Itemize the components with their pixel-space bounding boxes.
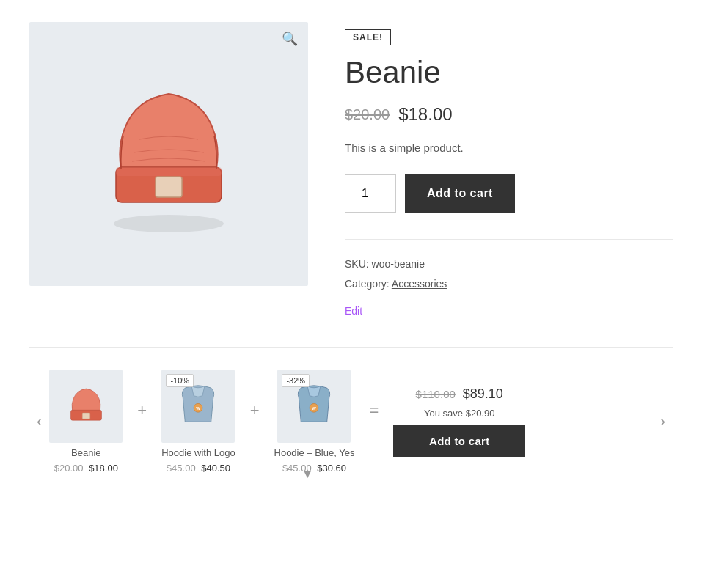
fbt-total-current: $89.10 <box>463 386 503 402</box>
sku-line: SKU: woo-beanie <box>345 254 673 274</box>
fbt-price-current-3: $30.60 <box>317 463 346 474</box>
fbt-nav-left[interactable]: ‹ <box>29 405 49 438</box>
fbt-product-name-3[interactable]: Hoodie – Blue, Yes <box>274 447 355 458</box>
sale-badge: SALE! <box>345 29 391 45</box>
edit-link[interactable]: Edit <box>345 305 362 317</box>
category-label: Category: <box>345 278 390 290</box>
fbt-total-price: $110.00 $89.10 <box>416 386 503 402</box>
fbt-hoodie-blue-image: W <box>292 383 336 430</box>
svg-text:W: W <box>197 406 201 411</box>
fbt-product-image-2: -10% W <box>161 370 235 443</box>
fbt-price-current-1: $18.00 <box>89 463 118 474</box>
price-current: $18.00 <box>398 104 452 125</box>
svg-rect-2 <box>116 167 222 176</box>
fbt-summary: $110.00 $89.10 You save $20.90 Add to ca… <box>393 386 525 457</box>
fbt-price-original-2: $45.00 <box>167 463 196 474</box>
product-image-wrapper: 🔍 <box>29 22 308 286</box>
fbt-product-3: -32% W Hoodie – Blue, Yes $45.00 $30.60 <box>274 370 355 474</box>
fbt-separator-2: + <box>247 401 263 420</box>
fbt-badge-3: -32% <box>282 374 310 387</box>
fbt-product-price-2: $45.00 $40.50 <box>167 463 230 474</box>
sku-label: SKU: <box>345 258 369 270</box>
add-to-cart-form: Add to cart <box>345 174 673 213</box>
price-original: $20.00 <box>345 106 390 123</box>
fbt-add-to-cart-button[interactable]: Add to cart <box>393 425 525 457</box>
fbt-product-price-1: $20.00 $18.00 <box>54 463 118 474</box>
product-section: 🔍 <box>29 22 673 317</box>
fbt-nav-right[interactable]: › <box>653 405 673 438</box>
fbt-section: ▲ ‹ Beanie $20.00 <box>29 347 673 474</box>
svg-rect-5 <box>82 413 90 419</box>
fbt-product-name-1[interactable]: Beanie <box>71 447 100 458</box>
product-description: This is a simple product. <box>345 139 673 157</box>
fbt-product-2: -10% W Hoodie with Logo $45.00 <box>161 370 235 474</box>
fbt-badge-2: -10% <box>166 374 194 387</box>
fbt-savings: You save $20.90 <box>424 408 494 419</box>
quantity-input[interactable] <box>345 174 396 213</box>
chevron-down-icon[interactable]: ▼ <box>301 468 313 481</box>
fbt-product-1: Beanie $20.00 $18.00 <box>49 370 123 474</box>
svg-rect-3 <box>156 177 182 197</box>
zoom-icon[interactable]: 🔍 <box>282 31 298 47</box>
product-meta: SKU: woo-beanie Category: Accessories <box>345 239 673 293</box>
category-link[interactable]: Accessories <box>392 278 447 290</box>
product-title: Beanie <box>345 56 673 89</box>
svg-point-0 <box>114 215 224 232</box>
fbt-price-original-1: $20.00 <box>54 463 84 474</box>
svg-text:W: W <box>312 406 317 411</box>
fbt-product-image-3: -32% W <box>277 370 351 443</box>
fbt-beanie-image <box>62 381 110 432</box>
product-details: SALE! Beanie $20.00 $18.00 This is a sim… <box>345 22 673 317</box>
sku-value: woo-beanie <box>372 258 425 270</box>
fbt-equals: = <box>366 401 381 420</box>
product-image <box>88 66 249 242</box>
add-to-cart-button[interactable]: Add to cart <box>405 174 515 213</box>
price-section: $20.00 $18.00 <box>345 104 673 125</box>
fbt-product-name-2[interactable]: Hoodie with Logo <box>161 447 235 458</box>
fbt-products: Beanie $20.00 $18.00 + -10% <box>49 370 652 474</box>
fbt-hoodie-logo-image: W <box>176 383 220 430</box>
category-line: Category: Accessories <box>345 274 673 294</box>
fbt-price-current-2: $40.50 <box>201 463 230 474</box>
fbt-product-image-1 <box>49 370 123 443</box>
fbt-total-original: $110.00 <box>416 388 456 400</box>
page-wrapper: 🔍 <box>0 0 702 496</box>
fbt-inner: ‹ Beanie $20.00 $18.00 <box>29 370 673 474</box>
fbt-separator-1: + <box>134 401 150 420</box>
fbt-product-price-3: $45.00 $30.60 <box>282 463 346 474</box>
